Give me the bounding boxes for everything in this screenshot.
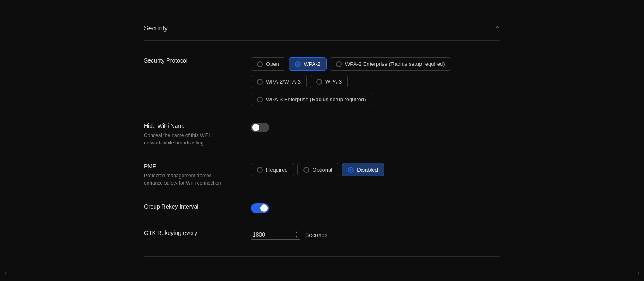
pmf-row: PMF Protected management frames enhance …: [144, 163, 500, 187]
gtk-rekeying-row: GTK Rekeying every ▲ ▼ Seconds: [144, 230, 500, 240]
pmf-label: PMF: [144, 163, 243, 170]
protocol-wpa2[interactable]: WPA-2: [289, 57, 327, 71]
hide-wifi-description: Conceal the name of this WiFi network wh…: [144, 132, 243, 146]
page-wrapper: Security ⌃ Security Protocol Open WPA-2: [0, 0, 644, 281]
gtk-unit-label: Seconds: [305, 232, 327, 238]
gtk-decrement-button[interactable]: ▼: [294, 235, 299, 239]
protocol-wpa2-wpa3-radio[interactable]: [257, 79, 263, 85]
protocol-row-2: WPA-2/WPA-3 WPA-3: [251, 75, 500, 88]
security-protocol-label-col: Security Protocol: [144, 57, 251, 66]
protocol-row-1: Open WPA-2 WPA-2 Enterprise (Radius setu…: [251, 57, 500, 71]
protocol-wpa3-radio[interactable]: [316, 79, 322, 85]
group-rekey-toggle[interactable]: [251, 203, 269, 213]
gtk-rekeying-input[interactable]: [251, 230, 300, 240]
protocol-wpa2-enterprise-radio[interactable]: [336, 61, 342, 67]
pmf-label-col: PMF Protected management frames enhance …: [144, 163, 251, 187]
hide-wifi-slider: [251, 123, 269, 132]
collapse-icon[interactable]: ⌃: [495, 25, 500, 32]
pmf-controls: Required Optional Disabled: [251, 163, 500, 176]
gtk-rekeying-label: GTK Rekeying every: [144, 230, 243, 236]
bottom-divider: [144, 256, 500, 257]
main-content: Security ⌃ Security Protocol Open WPA-2: [0, 0, 644, 281]
gtk-increment-button[interactable]: ▲: [294, 230, 299, 235]
protocol-wpa2-enterprise[interactable]: WPA-2 Enterprise (Radius setup required): [330, 57, 451, 71]
pmf-disabled[interactable]: Disabled: [342, 163, 384, 176]
left-nav-arrow[interactable]: ‹: [0, 265, 12, 281]
pmf-optional[interactable]: Optional: [297, 163, 338, 176]
protocol-wpa3-enterprise[interactable]: WPA-3 Enterprise (Radius setup required): [251, 93, 372, 106]
pmf-optional-radio[interactable]: [303, 167, 309, 173]
hide-wifi-label-col: Hide WiFi Name Conceal the name of this …: [144, 123, 251, 146]
gtk-rekeying-label-col: GTK Rekeying every: [144, 230, 251, 239]
gtk-rekeying-control: ▲ ▼ Seconds: [251, 230, 500, 240]
protocol-wpa3-enterprise-radio[interactable]: [257, 97, 263, 102]
protocol-wpa2-wpa3[interactable]: WPA-2/WPA-3: [251, 75, 307, 88]
hide-wifi-toggle[interactable]: [251, 123, 269, 132]
protocol-open[interactable]: Open: [251, 57, 285, 71]
pmf-disabled-radio[interactable]: [348, 167, 354, 173]
security-protocol-controls: Open WPA-2 WPA-2 Enterprise (Radius setu…: [251, 57, 500, 106]
protocol-row-3: WPA-3 Enterprise (Radius setup required): [251, 93, 500, 106]
hide-wifi-row: Hide WiFi Name Conceal the name of this …: [144, 123, 500, 146]
pmf-required-radio[interactable]: [257, 167, 263, 173]
protocol-wpa2-radio[interactable]: [295, 61, 301, 67]
group-rekey-control: [251, 203, 500, 213]
gtk-spinner: ▲ ▼: [294, 230, 299, 239]
hide-wifi-label: Hide WiFi Name: [144, 123, 243, 129]
group-rekey-label: Group Rekey Interval: [144, 203, 243, 210]
protocol-wpa3[interactable]: WPA-3: [310, 75, 348, 88]
pmf-required[interactable]: Required: [251, 163, 294, 176]
security-protocol-row: Security Protocol Open WPA-2 WPA-2 Ent: [144, 57, 500, 106]
pmf-description: Protected management frames enhance safe…: [144, 172, 243, 187]
group-rekey-slider: [251, 203, 269, 213]
group-rekey-row: Group Rekey Interval: [144, 203, 500, 213]
protocol-open-radio[interactable]: [257, 61, 263, 67]
section-header: Security ⌃: [144, 25, 500, 41]
pmf-radio-group: Required Optional Disabled: [251, 163, 500, 176]
group-rekey-label-col: Group Rekey Interval: [144, 203, 251, 212]
security-protocol-label: Security Protocol: [144, 57, 243, 64]
gtk-input-container: ▲ ▼: [251, 230, 300, 240]
section-title: Security: [144, 25, 168, 32]
hide-wifi-control: [251, 123, 500, 132]
gtk-rekeying-input-wrapper: ▲ ▼ Seconds: [251, 230, 500, 240]
right-nav-arrow[interactable]: ›: [632, 265, 644, 281]
